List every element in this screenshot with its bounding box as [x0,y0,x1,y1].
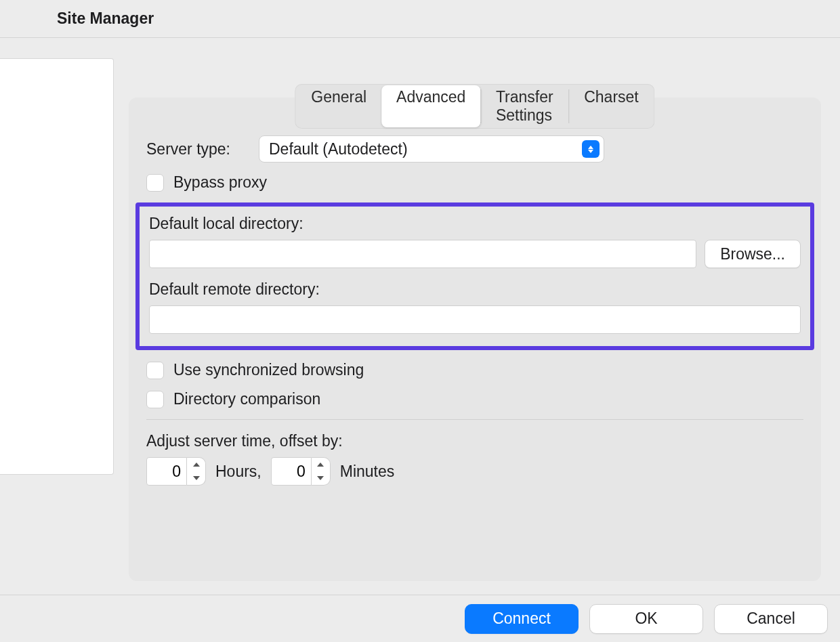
dir-compare-label: Directory comparison [173,390,320,408]
browse-button[interactable]: Browse... [705,240,801,268]
tab-bar: General Advanced Transfer Settings Chars… [295,84,654,129]
bypass-proxy-checkbox[interactable] [146,174,164,192]
titlebar: Site Manager [0,0,840,38]
sync-browsing-checkbox[interactable] [146,362,164,379]
local-dir-input[interactable] [149,240,696,268]
divider [146,419,803,420]
settings-panel: General Advanced Transfer Settings Chars… [129,98,821,581]
dir-compare-checkbox[interactable] [146,391,164,408]
minutes-label: Minutes [340,463,395,481]
sync-browsing-label: Use synchronized browsing [173,361,364,379]
remote-dir-input[interactable] [149,305,801,334]
chevron-down-icon[interactable] [312,471,330,485]
highlighted-directory-section: Default local directory: Browse... Defau… [135,202,814,350]
chevron-up-icon[interactable] [312,458,330,471]
hours-label: Hours, [215,463,261,481]
hours-input[interactable] [146,457,187,486]
tab-advanced[interactable]: Advanced [381,85,480,127]
tab-charset[interactable]: Charset [569,85,654,127]
hours-stepper[interactable] [146,457,206,486]
window-title: Site Manager [57,9,154,28]
footer: Connect OK Cancel [0,595,840,642]
panel-body: Server type: Default (Autodetect) Bypass… [129,98,821,499]
chevron-up-icon[interactable] [187,458,205,471]
content-area: General Advanced Transfer Settings Chars… [0,38,840,595]
cancel-button[interactable]: Cancel [714,604,828,634]
hours-stepper-arrows[interactable] [187,457,206,486]
minutes-stepper-arrows[interactable] [312,457,331,486]
server-type-value: Default (Autodetect) [269,140,408,158]
tab-general[interactable]: General [296,85,381,127]
minutes-input[interactable] [271,457,312,486]
ok-button[interactable]: OK [589,604,703,634]
tab-transfer-settings[interactable]: Transfer Settings [481,85,569,127]
site-list[interactable] [0,58,114,475]
server-type-select[interactable]: Default (Autodetect) [259,135,604,163]
select-handle-icon [582,140,600,158]
minutes-stepper[interactable] [271,457,331,486]
local-dir-label: Default local directory: [149,215,801,233]
chevron-down-icon[interactable] [187,471,205,485]
connect-button[interactable]: Connect [465,604,579,634]
adjust-time-label: Adjust server time, offset by: [146,432,803,450]
server-type-label: Server type: [146,140,255,158]
remote-dir-label: Default remote directory: [149,280,801,299]
bypass-proxy-label: Bypass proxy [173,173,267,192]
